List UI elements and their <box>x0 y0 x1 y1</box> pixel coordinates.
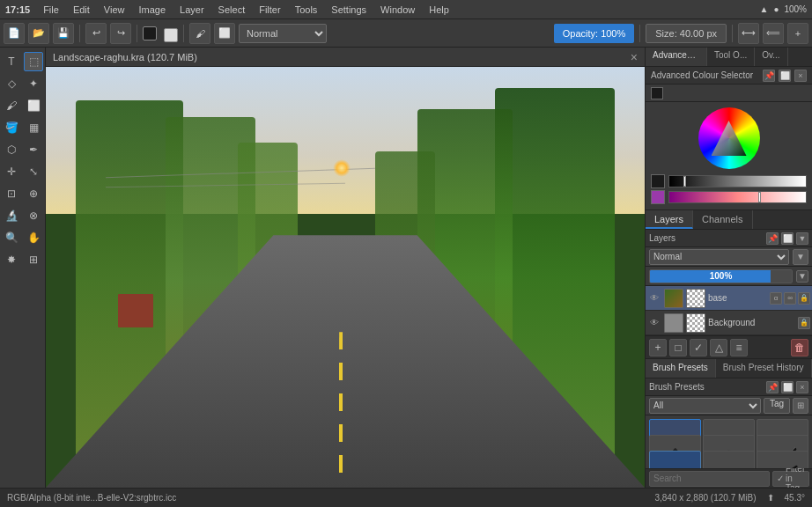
menu-window[interactable]: Window <box>378 4 417 16</box>
brush-item-8[interactable] <box>703 451 755 468</box>
fg-color-btn[interactable] <box>143 26 157 40</box>
layers-filter-btn[interactable]: ▼ <box>796 232 808 245</box>
wrap-btn[interactable]: + <box>787 23 808 44</box>
smart-patch-tool[interactable]: ⊗ <box>24 206 43 225</box>
brush-pin-btn[interactable]: 📌 <box>766 381 779 393</box>
menu-help[interactable]: Help <box>426 4 452 16</box>
layers-pin-btn[interactable]: 📌 <box>766 232 779 245</box>
layer-filter-icon[interactable]: ▼ <box>793 249 808 265</box>
fill-tool[interactable]: 🪣 <box>2 118 21 137</box>
tab-colour-selector[interactable]: Advanced Colour Se... <box>646 48 707 66</box>
layer-blend-select[interactable]: Normal Multiply Screen <box>649 249 789 265</box>
colour-selector-expand-btn[interactable]: ⬜ <box>779 70 791 82</box>
select-tool[interactable]: ⬚ <box>24 52 43 71</box>
menu-settings[interactable]: Settings <box>328 4 369 16</box>
lightness-bar[interactable] <box>668 175 807 187</box>
brush-item-7[interactable] <box>649 451 701 468</box>
freehand-select-tool[interactable]: ◇ <box>2 74 21 93</box>
pan-tool[interactable]: ✋ <box>24 228 43 247</box>
move-up-btn[interactable]: △ <box>710 339 727 356</box>
layers-expand-btn[interactable]: ⬜ <box>781 232 794 245</box>
redo-button[interactable]: ↪ <box>110 23 131 44</box>
blend-mode-select[interactable]: Normal Multiply Screen Overlay <box>239 24 327 43</box>
contiguous-select-tool[interactable]: ✦ <box>24 74 43 93</box>
colour-selector-close-btn[interactable]: × <box>794 70 807 82</box>
clone-tool[interactable]: ⊕ <box>24 184 43 203</box>
brush-view-btn[interactable]: ⊞ <box>793 398 808 414</box>
opacity-arrow[interactable]: ▼ <box>796 270 808 283</box>
brush-close-btn[interactable]: × <box>796 381 808 393</box>
tab-overview[interactable]: Ov... <box>755 48 787 66</box>
tab-tool-options[interactable]: Tool O... <box>707 48 755 66</box>
canvas-image[interactable] <box>46 67 645 488</box>
layer-row-background[interactable]: 👁 Background 🔒 <box>646 311 812 335</box>
save-button[interactable]: 💾 <box>53 23 74 44</box>
text-tool[interactable]: T <box>2 52 21 71</box>
canvas-close-btn[interactable]: × <box>631 50 638 64</box>
layer-row-base[interactable]: 👁 base α ∞ 🔒 <box>646 286 812 311</box>
colour-wheel[interactable] <box>698 107 760 169</box>
copy-layer-btn[interactable]: □ <box>669 339 687 356</box>
new-button[interactable]: 📄 <box>4 23 25 44</box>
erase-btn[interactable]: ⬜ <box>214 23 235 44</box>
mirror-h-btn[interactable]: ⟷ <box>738 23 759 44</box>
bg-color-btn[interactable] <box>164 28 178 42</box>
lightness-thumb[interactable] <box>683 176 686 187</box>
brush-item-9[interactable] <box>757 451 808 468</box>
brush-filter-select[interactable]: All <box>649 398 761 414</box>
painting-canvas[interactable] <box>46 67 645 488</box>
hue-bar[interactable] <box>668 191 807 203</box>
transform-tool[interactable]: ⤡ <box>24 162 43 181</box>
eraser-tool[interactable]: ⬜ <box>24 96 43 115</box>
open-button[interactable]: 📂 <box>28 23 49 44</box>
colour-triangle[interactable] <box>712 121 747 156</box>
brush-tool[interactable]: 🖌 <box>2 96 21 115</box>
filter-in-tag-btn[interactable]: ✓ Filter in Tag <box>772 471 809 487</box>
assistants-tool[interactable]: ⊞ <box>24 250 43 269</box>
shape-tool[interactable]: ⬡ <box>2 140 21 159</box>
layer-lock-base[interactable]: 🔒 <box>798 292 810 305</box>
gradient-tool[interactable]: ▦ <box>24 118 43 137</box>
size-button[interactable]: Size: 40.00 px <box>646 24 727 43</box>
tab-brush-history[interactable]: Brush Preset History <box>716 359 812 378</box>
opacity-button[interactable]: Opacity: 100% <box>554 24 635 43</box>
merge-layer-btn[interactable]: ✓ <box>690 339 707 356</box>
menu-layer[interactable]: Layer <box>177 4 207 16</box>
brush-expand-btn[interactable]: ⬜ <box>781 381 794 393</box>
menu-select[interactable]: Select <box>216 4 248 16</box>
delete-layer-btn[interactable]: 🗑 <box>791 339 808 356</box>
layer-visibility-base[interactable]: 👁 <box>647 291 661 305</box>
menu-edit[interactable]: Edit <box>70 4 92 16</box>
tab-layers[interactable]: Layers <box>646 210 693 229</box>
layer-lock-background[interactable]: 🔒 <box>798 317 810 329</box>
brush-search-input[interactable] <box>649 471 770 487</box>
multibrush-tool[interactable]: ✸ <box>2 250 21 269</box>
layer-controls-background: 🔒 <box>798 317 810 329</box>
tab-brush-presets[interactable]: Brush Presets <box>646 359 716 378</box>
eyedropper-tool[interactable]: 🔬 <box>2 206 21 225</box>
fg-color-swatch[interactable] <box>651 87 663 99</box>
undo-button[interactable]: ↩ <box>85 23 107 44</box>
menu-image[interactable]: Image <box>137 4 169 16</box>
hue-thumb[interactable] <box>758 192 761 202</box>
menu-view[interactable]: View <box>101 4 128 16</box>
menu-tools[interactable]: Tools <box>292 4 321 16</box>
paint-mode-btn[interactable]: 🖌 <box>189 23 210 44</box>
move-tool[interactable]: ✛ <box>2 162 21 181</box>
properties-btn[interactable]: ≡ <box>730 339 748 356</box>
colour-selector-pin-btn[interactable]: 📌 <box>763 70 775 82</box>
layer-opacity-label: 100% <box>710 271 733 281</box>
tab-channels[interactable]: Channels <box>693 210 752 229</box>
path-tool[interactable]: ✒ <box>24 140 43 159</box>
layer-visibility-background[interactable]: 👁 <box>647 316 661 330</box>
crop-tool[interactable]: ⊡ <box>2 184 21 203</box>
mirror-v-btn[interactable]: ⟸ <box>763 23 784 44</box>
layer-alpha-lock-base[interactable]: α <box>770 292 782 305</box>
brush-tag-btn[interactable]: Tag <box>764 398 790 414</box>
add-layer-btn[interactable]: + <box>649 339 667 356</box>
zoom-tool[interactable]: 🔍 <box>2 228 21 247</box>
menu-file[interactable]: File <box>41 4 62 16</box>
menu-filter[interactable]: Filter <box>256 4 283 16</box>
layer-opacity-bar[interactable]: 100% <box>649 269 793 283</box>
layer-inherit-alpha-base[interactable]: ∞ <box>784 292 796 305</box>
